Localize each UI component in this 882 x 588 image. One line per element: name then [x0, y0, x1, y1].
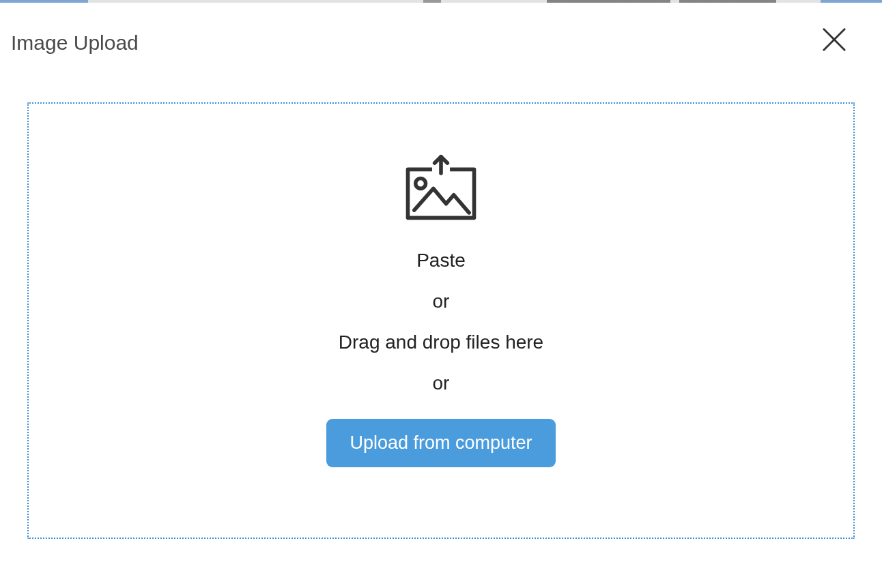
image-upload-icon [403, 154, 479, 224]
modal-title: Image Upload [11, 31, 139, 55]
paste-label: Paste [416, 250, 466, 271]
or-label-1: or [433, 291, 450, 312]
upload-dropzone[interactable]: Paste or Drag and drop files here or Upl… [27, 102, 855, 539]
image-upload-modal: Image Upload [0, 3, 882, 588]
svg-point-3 [416, 178, 426, 188]
upload-from-computer-button[interactable]: Upload from computer [326, 419, 555, 467]
modal-header: Image Upload [27, 31, 855, 55]
close-button[interactable] [821, 26, 848, 53]
dragdrop-label: Drag and drop files here [339, 332, 543, 353]
close-icon [821, 27, 847, 53]
or-label-2: or [433, 372, 450, 394]
